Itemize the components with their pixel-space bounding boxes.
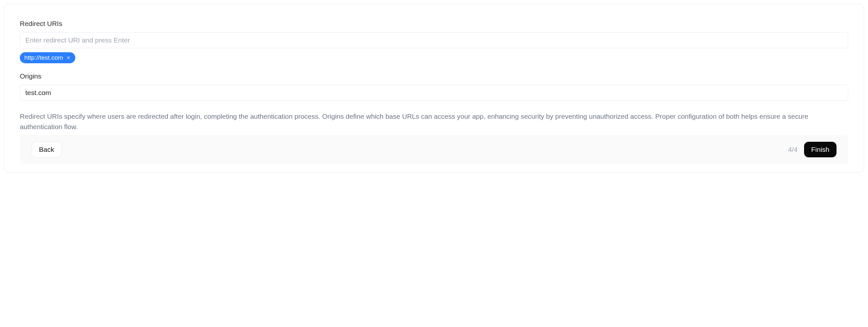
redirect-uri-chip-text: http://test.com bbox=[24, 54, 63, 61]
origins-group: Origins bbox=[20, 72, 848, 101]
origins-input[interactable] bbox=[20, 85, 848, 101]
config-card: Redirect URIs http://test.com Origins Re… bbox=[4, 4, 864, 172]
redirect-uris-label: Redirect URIs bbox=[20, 20, 848, 28]
redirect-uris-group: Redirect URIs http://test.com bbox=[20, 20, 848, 63]
footer-right: 4/4 Finish bbox=[788, 142, 837, 157]
redirect-uris-chips: http://test.com bbox=[20, 52, 848, 63]
step-indicator: 4/4 bbox=[788, 146, 798, 154]
wizard-footer: Back 4/4 Finish bbox=[20, 135, 848, 164]
back-button[interactable]: Back bbox=[31, 141, 62, 158]
origins-label: Origins bbox=[20, 72, 848, 80]
help-text: Redirect URIs specify where users are re… bbox=[20, 111, 848, 132]
finish-button[interactable]: Finish bbox=[804, 142, 837, 157]
redirect-uris-input[interactable] bbox=[20, 32, 848, 48]
close-icon[interactable] bbox=[66, 55, 71, 61]
redirect-uri-chip: http://test.com bbox=[20, 52, 75, 63]
